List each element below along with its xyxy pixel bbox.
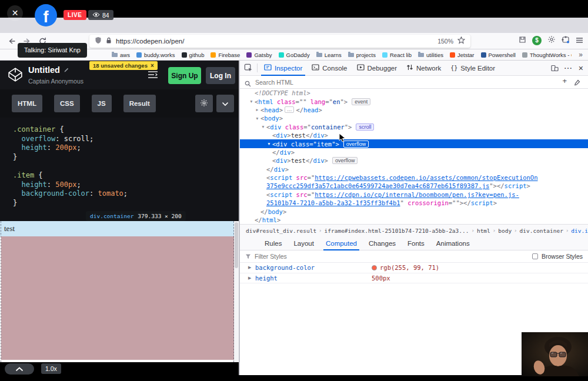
editor-tab-css[interactable]: CSS (54, 95, 80, 112)
url-bar[interactable]: https://codepen.io/pen/ 150% (89, 35, 470, 48)
twisty-icon[interactable]: ▾ (248, 99, 255, 104)
devtools-menu-icon[interactable]: ··· (564, 65, 573, 72)
markup-line[interactable]: ▾<body> (240, 114, 588, 122)
bookmark-item[interactable]: aws (112, 52, 130, 58)
bookmark-item[interactable]: React lib (382, 52, 412, 58)
lock-icon[interactable] (106, 36, 112, 46)
bookmark-item[interactable]: GoDaddy (279, 52, 310, 58)
breadcrumb-item[interactable]: html (475, 228, 493, 234)
panel-tab-layout[interactable]: Layout (288, 236, 320, 250)
breadcrumb-item[interactable]: iframe#index.html-25101b74-7210-a5bb-2a3… (322, 228, 472, 234)
markup-line[interactable]: 375e9ccc259df3a57c1abc0e64599724ae30d7ea… (240, 182, 588, 190)
editor-collapse-button[interactable] (216, 95, 234, 112)
devtools-tab-style-editor[interactable]: {}Style Editor (446, 61, 500, 76)
browser-styles-checkbox[interactable] (532, 253, 538, 259)
bookmark-item[interactable]: Powershell (481, 52, 516, 58)
dollar-extension-icon[interactable]: $ (532, 36, 542, 45)
bookmark-item[interactable]: github (182, 52, 205, 58)
bookmarks-overflow-chevron[interactable]: » (579, 49, 583, 61)
markup-line[interactable]: <!DOCTYPE html> (240, 89, 588, 97)
filter-styles-input[interactable] (255, 253, 529, 260)
gear-icon[interactable] (547, 35, 556, 46)
markup-line[interactable]: <script src="https://cdpn.io/cp/internal… (240, 190, 588, 199)
eyedropper-icon[interactable] (574, 79, 580, 88)
facebook-logo-icon[interactable]: f (35, 4, 57, 26)
markup-line[interactable]: </div> (240, 148, 588, 156)
playback-speed-button[interactable]: 1.0x (41, 363, 61, 374)
bookmark-item[interactable]: Learns (316, 52, 342, 58)
create-node-button[interactable]: + (562, 76, 567, 85)
expander-icon[interactable]: ▶ (248, 265, 255, 270)
search-html-input[interactable] (255, 77, 449, 88)
result-scrollbar[interactable] (234, 221, 239, 362)
shield-icon[interactable] (95, 36, 102, 46)
markup-line[interactable]: <div>test</div> (240, 131, 588, 139)
markup-line[interactable]: 25101b74-7210-a5bb-2a32-1f35ff3bf4b1" cr… (240, 199, 588, 207)
badge-overflow[interactable]: overflow (332, 157, 358, 164)
sign-up-button[interactable]: Sign Up (168, 67, 201, 84)
markup-line[interactable]: ▾<div class="container">scroll (240, 123, 588, 131)
markup-line[interactable]: ▸<head>…</head> (240, 106, 588, 114)
color-swatch-icon[interactable] (372, 265, 377, 270)
panel-tab-rules[interactable]: Rules (259, 236, 288, 250)
extension-puzzle-icon[interactable] (562, 35, 570, 46)
devtools-close-icon[interactable]: × (579, 63, 583, 73)
bookmark-item[interactable]: Jetstar (450, 52, 475, 58)
breadcrumb-item[interactable]: div.item (569, 228, 588, 234)
scrollbar-thumb[interactable] (235, 222, 238, 268)
twisty-icon[interactable]: ▾ (260, 124, 266, 129)
bookmark-item[interactable]: projects (348, 52, 376, 58)
markup-line[interactable]: </div> (240, 165, 588, 173)
devtools-tab-inspector[interactable]: Inspector (259, 61, 307, 76)
panel-tab-fonts[interactable]: Fonts (402, 236, 430, 250)
menu-icon[interactable] (576, 35, 583, 46)
dismiss-icon[interactable]: × (151, 62, 154, 69)
save-page-icon[interactable] (519, 35, 526, 46)
close-stream-button[interactable]: ✕ (7, 5, 23, 21)
markup-line[interactable]: ▾<html class="" lang="en">event (240, 97, 588, 105)
responsive-design-icon[interactable] (551, 65, 559, 72)
zoom-level-button[interactable]: 150% (437, 38, 453, 45)
url-text[interactable]: https://codepen.io/pen/ (116, 38, 184, 45)
codepen-logo-icon[interactable] (8, 67, 23, 85)
breadcrumb-item[interactable]: div#result_div.result (243, 228, 319, 234)
bookmark-star-icon[interactable] (457, 36, 465, 46)
badge-overflow[interactable]: overflow (343, 141, 369, 148)
panel-tab-changes[interactable]: Changes (363, 236, 402, 250)
bookmark-item[interactable]: Firebase (211, 52, 240, 58)
markup-line[interactable]: ▾<div class="item">overflow (240, 139, 588, 148)
back-button[interactable] (6, 37, 18, 46)
devtools-tab-debugger[interactable]: Debugger (352, 61, 402, 76)
expand-stream-button[interactable] (5, 363, 34, 375)
twisty-icon[interactable]: ▾ (266, 141, 272, 146)
log-in-button[interactable]: Log In (206, 67, 235, 84)
css-editor-code[interactable]: .container { overflow: scroll; height: 2… (0, 118, 239, 221)
breadcrumb-item[interactable]: body (496, 228, 514, 234)
bookmark-item[interactable]: utilities (418, 52, 443, 58)
twisty-icon[interactable]: ▸ (254, 107, 260, 112)
twisty-icon[interactable]: ▾ (254, 116, 260, 121)
bookmark-item[interactable]: buddy.works (136, 52, 175, 58)
panel-tab-computed[interactable]: Computed (320, 236, 363, 250)
bookmark-item[interactable]: Gatsby (246, 52, 272, 58)
editor-tab-result[interactable]: Result (123, 95, 156, 112)
panel-tab-animations[interactable]: Animations (430, 236, 476, 250)
bookmark-item[interactable]: ThoughtWorks - Cal... (522, 52, 572, 58)
computed-row[interactable]: ▶background-colorrgb(255, 99, 71) (240, 263, 588, 273)
computed-row[interactable]: ▶height500px (240, 273, 588, 284)
pick-element-button[interactable] (244, 61, 253, 76)
editor-tab-js[interactable]: JS (92, 95, 112, 112)
devtools-tab-console[interactable]: Console (307, 61, 352, 76)
markup-line[interactable]: </html> (240, 216, 588, 224)
devtools-tab-network[interactable]: Network (402, 61, 446, 76)
editor-tab-html[interactable]: HTML (12, 95, 42, 112)
markup-line[interactable]: <div>test</div>overflow (240, 156, 588, 165)
markup-line[interactable]: <script src="https://cpwebassets.codepen… (240, 173, 588, 182)
badge-event[interactable]: event (352, 98, 370, 105)
editor-settings-button[interactable] (195, 95, 213, 112)
badge-scroll[interactable]: scroll (356, 123, 374, 131)
expander-icon[interactable]: ▶ (248, 276, 255, 280)
pencil-icon[interactable] (64, 65, 69, 75)
breadcrumb-item[interactable]: div.container (517, 228, 566, 234)
markup-line[interactable]: </body> (240, 207, 588, 215)
